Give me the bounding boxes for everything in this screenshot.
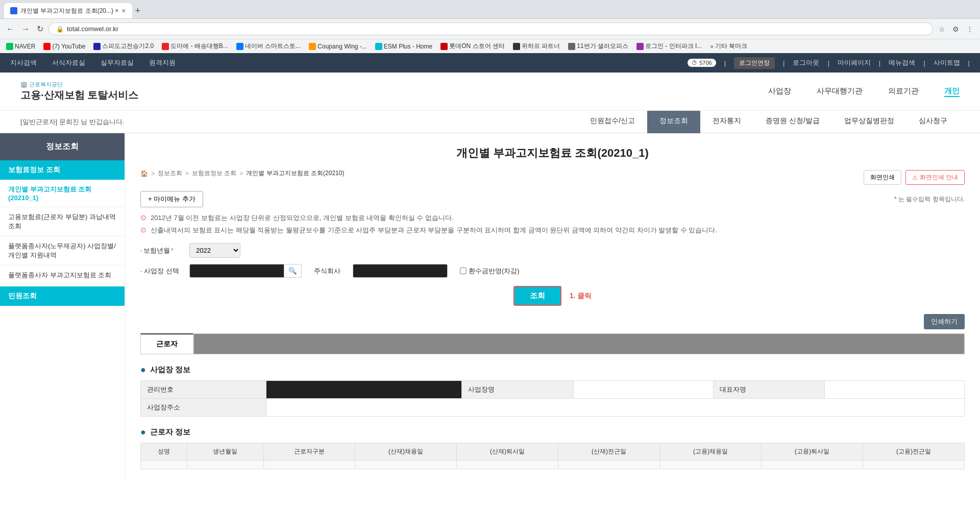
header-nav-employer[interactable]: 사업장: [768, 86, 791, 97]
sidebar-section-civil[interactable]: 민원조회: [0, 286, 125, 306]
bookmark-speedo[interactable]: 스피도고전승기2.0: [91, 41, 156, 52]
empty-cell: [355, 461, 457, 469]
header-nav-individual[interactable]: 개인: [944, 86, 960, 97]
bookmark-esm-label: ESM Plus - Home: [384, 43, 432, 50]
tab-worker[interactable]: 근로자: [140, 333, 193, 354]
sidebar-item-platform-support[interactable]: 플랫폼종사자(노무제공자) 사업장별/개인별 지원내역: [0, 236, 125, 266]
logo-main[interactable]: 고용·산재보험 토탈서비스: [20, 88, 138, 102]
sidebar-item-employment-insurance[interactable]: 고용보험료(근로자 부담분) 과납내역 조회: [0, 207, 125, 236]
sidebar-item-individual-insurance[interactable]: 개인별 부과고지보험료 조회(20210_1): [0, 180, 125, 207]
bookmark-lotte[interactable]: 롯데ON 스토어 센터: [438, 41, 507, 52]
login-extend-button[interactable]: 로그인연장: [734, 57, 775, 69]
top-nav-logout[interactable]: 로그아웃: [793, 58, 819, 67]
breadcrumb-info[interactable]: 정보조회: [158, 169, 182, 178]
top-nav-branch-search[interactable]: 지사검색: [10, 58, 37, 67]
bookmark-lotte-label: 롯데ON 스토어 센터: [449, 42, 505, 51]
bookmark-interpark[interactable]: 로그인 - 인터파크 I...: [634, 41, 704, 52]
company-name-input[interactable]: [353, 264, 448, 278]
youtube-favicon: [43, 43, 51, 50]
coupang-favicon: [309, 43, 316, 50]
workplace-search-button[interactable]: 🔍: [284, 264, 302, 278]
main-nav-appeal[interactable]: 심사청구: [906, 111, 960, 133]
breadcrumb-current: 개인별 부과고지보험료 조회(20210): [246, 169, 344, 178]
forward-button[interactable]: →: [19, 22, 32, 36]
session-timer: ⏱ 5706: [688, 59, 716, 67]
top-nav-menu-search[interactable]: 메뉴검색: [889, 58, 915, 67]
workplace-search-input[interactable]: [189, 264, 284, 278]
notice-text-1: 2012년 7월 이전 보험료는 사업장 단위로 산정되었으므로, 개인별 보험…: [151, 213, 454, 223]
empty-cell: [863, 461, 964, 469]
top-nav: 지사검색 서식자료실 실무자료실 원격지원 ⏱ 5706 | 로그인연장 | 로…: [0, 53, 980, 73]
top-nav-sitemap[interactable]: 사이트맵: [934, 58, 960, 67]
bookmark-star-button[interactable]: ☆: [936, 23, 948, 35]
top-nav-right: ⏱ 5706 | 로그인연장 | 로그아웃 | 마이페이지 | 메뉴검색 | 사…: [688, 57, 970, 69]
col-name: 성명: [141, 443, 187, 461]
main-nav-disease[interactable]: 업무상질병판정: [832, 111, 906, 133]
search-row: 조회 1. 클릭: [140, 286, 965, 306]
workplace-info-title: 사업장 정보: [150, 365, 190, 375]
timer-clock-icon: ⏱: [692, 60, 697, 66]
bookmark-coupang[interactable]: Coupang Wing -...: [307, 42, 369, 51]
sidebar-section-insurance[interactable]: 보험료정보 조회: [0, 160, 125, 180]
bookmark-youtube[interactable]: (7) YouTube: [41, 42, 87, 51]
workplace-name-value: [574, 381, 714, 399]
address-header: 사업장주소: [141, 399, 266, 417]
main-nav-info[interactable]: 정보조회: [647, 111, 700, 133]
lotte-favicon: [440, 43, 448, 50]
header-nav-agent[interactable]: 사무대행기관: [817, 86, 863, 97]
col-birth: 생년월일: [187, 443, 263, 461]
header-nav-hospital[interactable]: 의료기관: [888, 86, 919, 97]
year-select[interactable]: 2022 2021 2020 2023: [189, 243, 240, 258]
lock-icon: 🔒: [56, 26, 64, 33]
screen-print-button[interactable]: 화면인쇄: [864, 170, 901, 185]
active-tab[interactable]: 개인별 부과고지보험료 조회(20...) × ×: [4, 3, 132, 18]
top-nav-mypage[interactable]: 마이페이지: [838, 58, 871, 67]
sidebar-item-platform-insurance[interactable]: 플랫폼종사자 부과고지보험료 조회: [0, 266, 125, 285]
col-sanjae-quit: (산재)퇴사일: [457, 443, 558, 461]
breadcrumb-insurance-info[interactable]: 보험료정보 조회: [192, 169, 236, 178]
bookmark-naver[interactable]: NAVER: [4, 42, 37, 51]
bookmark-wihaf[interactable]: 위하프 파트너: [511, 41, 562, 52]
top-nav-practice[interactable]: 실무자료실: [101, 58, 134, 67]
bookmark-coupang-label: Coupang Wing -...: [317, 43, 367, 50]
empty-cell: [558, 461, 660, 469]
workplace-name-header: 사업장명: [462, 381, 574, 399]
tab-close-button[interactable]: ×: [121, 7, 126, 15]
bookmark-naver-smart-label: 네이버 스마트스토...: [245, 42, 301, 51]
mymenu-button[interactable]: + 마이메뉴 추가: [140, 191, 203, 207]
top-nav-remote[interactable]: 원격지원: [149, 58, 176, 67]
speedo-favicon: [93, 43, 101, 50]
required-note: * 는 필수입력 항목입니다.: [894, 195, 965, 204]
bookmark-doma[interactable]: 도마에 - 배송대행B...: [160, 41, 230, 52]
more-button[interactable]: ⋮: [964, 23, 976, 35]
search-button[interactable]: 조회: [513, 286, 561, 306]
bookmark-11st[interactable]: 11번가 셀러오피스: [566, 41, 630, 52]
main-nav-notice[interactable]: 전자통지: [700, 111, 753, 133]
breadcrumb: 🏠 > 정보조회 > 보험료정보 조회 > 개인별 부과고지보험료 조회(202…: [140, 169, 344, 178]
refresh-button[interactable]: ↻: [35, 22, 45, 36]
main-nav-civil[interactable]: 민원접수/신고: [578, 111, 647, 133]
tab-other[interactable]: [193, 333, 965, 354]
extensions-button[interactable]: ⚙: [950, 23, 962, 35]
back-button[interactable]: ←: [4, 22, 16, 36]
new-tab-button[interactable]: +: [132, 6, 144, 16]
logo-icon: 🏢: [20, 81, 28, 87]
top-nav-forms[interactable]: 서식자료실: [52, 58, 85, 67]
bookmark-naver-smart[interactable]: 네이버 스마트스토...: [234, 41, 303, 52]
company-type-label: 주식회사: [314, 267, 340, 276]
main-nav-certificate[interactable]: 증명원 신청/발급: [753, 111, 832, 133]
col-sanjae-hire: (산재)채용일: [355, 443, 457, 461]
mgmt-num-header: 관리번호: [141, 381, 266, 399]
address-bar[interactable]: 🔒 total.comwel.or.kr: [48, 22, 933, 35]
screen-print-guide-button[interactable]: ⚠ 화면인쇄 안내: [905, 170, 965, 185]
11st-favicon: [568, 43, 575, 50]
refund-checkbox[interactable]: [460, 268, 467, 274]
notice-item-2: ⊙ 산출내역서의 보험료 표시는 해당월 적용받는 월평균보수를 기준으로 사업…: [140, 226, 965, 235]
bookmark-youtube-label: (7) YouTube: [52, 43, 85, 50]
year-form-row: · 보험년월* 2022 2021 2020 2023: [140, 243, 965, 258]
bookmark-esm[interactable]: ESM Plus - Home: [373, 42, 434, 51]
notice-icon-2: ⊙: [140, 226, 146, 234]
sidebar: 정보조회 보험료정보 조회 개인별 부과고지보험료 조회(20210_1) 고용…: [0, 133, 125, 481]
bookmark-more[interactable]: » 기타 북마크: [708, 41, 749, 52]
print-main-button[interactable]: 인쇄하기: [924, 314, 965, 329]
